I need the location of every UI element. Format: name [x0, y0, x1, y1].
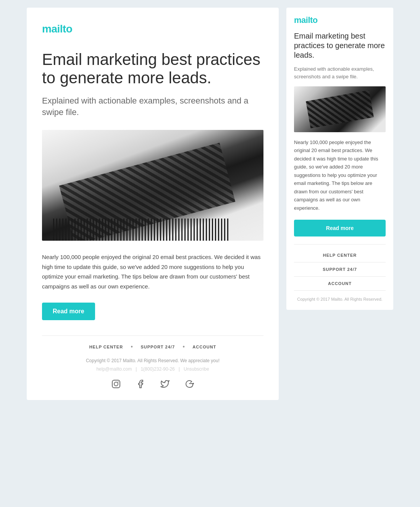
footer-sep-2: | [179, 366, 180, 372]
right-title: Email marketing best practices to genera… [294, 31, 386, 60]
instagram-icon[interactable] [111, 379, 121, 389]
footer-nav-support[interactable]: SUPPORT 24/7 [141, 345, 175, 349]
google-plus-icon[interactable] [185, 379, 194, 389]
footer-nav: HELP CENTER • SUPPORT 24/7 • ACCOUNT [42, 343, 263, 350]
footer-nav-dot-1: • [131, 343, 133, 350]
facebook-icon[interactable] [136, 379, 145, 389]
footer-nav-help[interactable]: HELP CENTER [89, 345, 123, 349]
right-footer: HELP CENTER SUPPORT 24/7 ACCOUNT Copyrig… [294, 244, 386, 303]
right-footer-account[interactable]: ACCOUNT [294, 277, 386, 291]
hero-image [42, 130, 263, 241]
right-read-more-button[interactable]: Read more [294, 220, 386, 236]
right-copyright: Copyright © 2017 Mailto. All Rights Rese… [294, 296, 386, 303]
svg-point-1 [114, 382, 118, 386]
footer-unsubscribe[interactable]: Unsubscribe [184, 366, 209, 372]
body-text: Nearly 100,000 people enjoyed the origin… [42, 252, 263, 291]
footer-email[interactable]: help@mailto.com [96, 366, 132, 372]
footer-nav-account[interactable]: ACCOUNT [192, 345, 216, 349]
footer-nav-dot-2: • [183, 343, 185, 350]
main-title: Email marketing best practices to genera… [42, 50, 263, 87]
footer-copyright: Copyright © 2017 Mailto. All Rights Rese… [42, 358, 263, 363]
logo-left: mailto [42, 23, 263, 35]
logo-right: mailto [294, 15, 386, 25]
svg-point-2 [118, 381, 118, 382]
footer: HELP CENTER • SUPPORT 24/7 • ACCOUNT Cop… [42, 335, 263, 389]
footer-sep-1: | [136, 366, 137, 372]
right-body-text: Nearly 100,000 people enjoyed the origin… [294, 138, 386, 212]
right-subtitle: Explained with actionable examples, scre… [294, 65, 386, 80]
read-more-button[interactable]: Read more [42, 303, 95, 320]
right-footer-support[interactable]: SUPPORT 24/7 [294, 262, 386, 277]
right-footer-help[interactable]: HELP CENTER [294, 248, 386, 262]
footer-social [42, 379, 263, 389]
right-hero-image [294, 86, 386, 132]
right-panel: mailto Email marketing best practices to… [286, 8, 393, 310]
subtitle: Explained with actionable examples, scre… [42, 95, 263, 119]
footer-phone[interactable]: 1(800)232-90-26 [141, 366, 174, 372]
svg-rect-0 [112, 380, 120, 388]
footer-links: help@mailto.com | 1(800)232-90-26 | Unsu… [42, 366, 263, 372]
email-card-left: mailto Email marketing best practices to… [27, 8, 279, 400]
twitter-icon[interactable] [160, 379, 170, 389]
